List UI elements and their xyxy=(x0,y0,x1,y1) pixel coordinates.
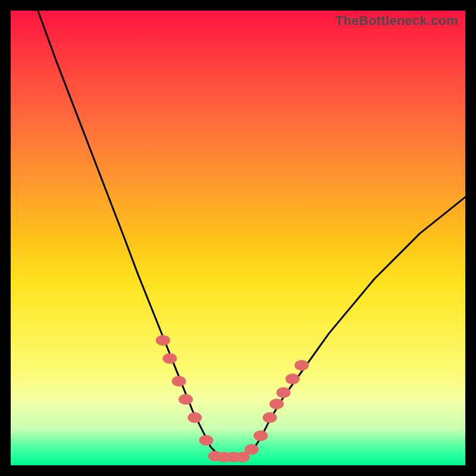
bottleneck-curve xyxy=(38,11,465,456)
highlight-dot xyxy=(263,412,277,423)
chart-frame: TheBottleneck.com xyxy=(0,0,476,476)
highlight-dot xyxy=(295,360,309,371)
plot-area: TheBottleneck.com xyxy=(11,11,465,465)
highlight-dot xyxy=(199,435,214,446)
highlight-dot xyxy=(156,335,170,346)
highlight-dot xyxy=(253,430,268,441)
highlight-dot xyxy=(276,387,290,398)
highlight-dot xyxy=(286,374,300,384)
highlight-dot xyxy=(178,394,193,405)
highlight-dot xyxy=(270,399,284,409)
highlight-dot xyxy=(172,376,186,387)
highlight-dot xyxy=(245,444,259,455)
chart-svg xyxy=(11,11,465,465)
highlight-dot xyxy=(187,412,202,423)
highlight-dot xyxy=(162,353,177,364)
